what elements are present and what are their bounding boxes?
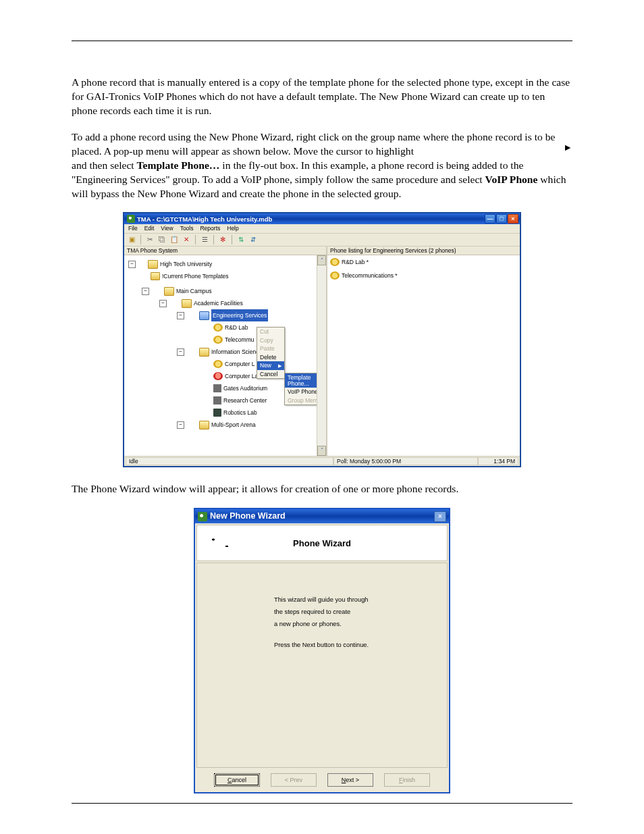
right-arrow-glyph: ► bbox=[563, 142, 572, 155]
menu-view[interactable]: View bbox=[161, 226, 173, 232]
wizard-button-row: Cancel < Prev Next > Finish bbox=[195, 769, 449, 792]
cancel-button[interactable]: Cancel bbox=[214, 773, 260, 787]
close-button[interactable]: × bbox=[434, 511, 446, 522]
paste-icon[interactable]: 📋 bbox=[169, 235, 179, 244]
expander-icon[interactable]: − bbox=[177, 312, 184, 319]
minimize-button[interactable]: — bbox=[485, 214, 495, 224]
tree-pane: TMA Phone System −High Tech University !… bbox=[124, 246, 327, 456]
refresh-icon[interactable]: ✻ bbox=[218, 235, 227, 244]
app-icon bbox=[127, 215, 135, 223]
footer-rule bbox=[72, 803, 572, 804]
menu-edit[interactable]: Edit bbox=[144, 226, 155, 232]
prev-button[interactable]: < Prev bbox=[271, 773, 317, 787]
phone-icon bbox=[213, 360, 223, 368]
scroll-up-icon[interactable]: ˄ bbox=[317, 255, 326, 265]
phone-icon bbox=[213, 323, 223, 332]
tree-engineering[interactable]: Engineering Services bbox=[211, 309, 268, 321]
ctx-cancel[interactable]: Cancel bbox=[257, 370, 284, 379]
tree-campus[interactable]: Main Campus bbox=[176, 285, 211, 297]
tree-gates[interactable]: Gates Auditorium bbox=[223, 382, 267, 394]
tree-pane-header: TMA Phone System bbox=[124, 246, 326, 256]
tree-root[interactable]: High Tech University bbox=[160, 258, 212, 270]
status-poll: Poll: Monday 5:00:00 PM bbox=[333, 457, 478, 466]
tree-complab-a[interactable]: Computer L bbox=[225, 358, 254, 370]
templates-icon bbox=[151, 272, 160, 280]
context-menu: Cut Copy Paste Delete New▶ Cancel bbox=[257, 327, 285, 379]
finish-button[interactable]: Finish bbox=[384, 773, 430, 787]
delete-icon[interactable]: ✕ bbox=[182, 235, 191, 244]
menu-reports[interactable]: Reports bbox=[200, 226, 220, 232]
tree-acad[interactable]: Academic Facilities bbox=[194, 297, 243, 309]
folder-icon bbox=[164, 287, 174, 296]
tree-research[interactable]: Research Center bbox=[223, 394, 267, 407]
sort-desc-icon[interactable]: ⇵ bbox=[248, 235, 258, 244]
next-button[interactable]: Next > bbox=[327, 773, 373, 787]
ctx-cut[interactable]: Cut bbox=[257, 328, 284, 336]
expander-icon[interactable]: − bbox=[128, 261, 136, 268]
chevron-right-icon: ▶ bbox=[278, 363, 281, 368]
wizard-titlebar[interactable]: New Phone Wizard × bbox=[195, 509, 449, 523]
phone-icon bbox=[330, 271, 340, 280]
folder-icon bbox=[199, 348, 209, 357]
tree-templates[interactable]: !Current Phone Templates bbox=[162, 270, 229, 282]
tma-titlebar[interactable]: TMA - C:\GTCTMA\High Tech University.mdb… bbox=[124, 213, 520, 224]
tree-telecom[interactable]: Telecommu bbox=[225, 334, 254, 346]
scroll-down-icon[interactable]: ˅ bbox=[317, 446, 326, 456]
menubar[interactable]: File Edit View Tools Reports Help bbox=[124, 224, 520, 234]
expander-icon[interactable]: − bbox=[142, 288, 149, 295]
ctx-paste[interactable]: Paste bbox=[257, 344, 284, 353]
status-time: 1:34 PM bbox=[478, 457, 518, 466]
lab-icon bbox=[213, 409, 221, 417]
ctx-copy[interactable]: Copy bbox=[257, 336, 284, 345]
menu-tools[interactable]: Tools bbox=[180, 226, 194, 232]
tree-robotics[interactable]: Robotics Lab bbox=[223, 407, 257, 419]
menu-file[interactable]: File bbox=[128, 226, 138, 232]
p2-bold-template: Template Phone… bbox=[137, 159, 220, 171]
intro-paragraph-3: The Phone Wizard window will appear; it … bbox=[72, 481, 572, 496]
toolbar: ▣ ✂ ⿻ 📋 ✕ ☰ ✻ ⇅ ⇵ bbox=[124, 234, 520, 246]
intro-paragraph-2: To add a phone record using the New Phon… bbox=[72, 130, 572, 201]
open-icon[interactable]: ▣ bbox=[127, 235, 136, 244]
folder-icon bbox=[199, 311, 209, 320]
ctx-new[interactable]: New▶ bbox=[257, 361, 284, 370]
listing-pane: Phone listing for Engineering Services (… bbox=[327, 246, 520, 456]
cut-icon[interactable]: ✂ bbox=[145, 235, 155, 244]
copy-icon[interactable]: ⿻ bbox=[157, 235, 167, 244]
wizard-text-line: the steps required to create bbox=[274, 606, 447, 619]
maximize-button[interactable]: □ bbox=[496, 214, 507, 224]
header-rule bbox=[72, 41, 572, 41]
statusbar: Idle Poll: Monday 5:00:00 PM 1:34 PM bbox=[124, 456, 520, 467]
p2-seg-b: and then select bbox=[72, 159, 137, 171]
folder-icon bbox=[182, 299, 192, 308]
wizard-body: This wizard will guide you through the s… bbox=[196, 563, 448, 768]
tma-title-text: TMA - C:\GTCTMA\High Tech University.mdb bbox=[137, 216, 272, 223]
tree-arena[interactable]: Multi-Sport Arena bbox=[211, 419, 256, 431]
wizard-title-text: New Phone Wizard bbox=[210, 511, 286, 522]
props-icon[interactable]: ☰ bbox=[200, 235, 209, 244]
menu-help[interactable]: Help bbox=[227, 226, 238, 232]
building-icon bbox=[213, 396, 221, 405]
scrollbar[interactable]: ˄ ˅ bbox=[317, 255, 326, 456]
folder-icon bbox=[199, 421, 209, 429]
phone-icon bbox=[213, 336, 223, 344]
tree-rdlab[interactable]: R&D Lab bbox=[225, 321, 248, 334]
expander-icon[interactable]: − bbox=[177, 348, 184, 356]
tma-window: TMA - C:\GTCTMA\High Tech University.mdb… bbox=[124, 213, 520, 467]
p2-seg-a: To add a phone record using the New Phon… bbox=[72, 131, 555, 157]
wizard-banner: Phone Wizard bbox=[196, 525, 448, 561]
wizard-text-line: This wizard will guide you through bbox=[274, 594, 447, 606]
expander-icon[interactable]: − bbox=[159, 300, 167, 307]
list-item[interactable]: R&D Lab * bbox=[342, 259, 369, 265]
list-item[interactable]: Telecommunications * bbox=[342, 273, 398, 279]
status-idle: Idle bbox=[126, 457, 333, 466]
tree-infosci[interactable]: Information Science bbox=[211, 346, 262, 358]
wizard-heading: Phone Wizard bbox=[197, 538, 447, 550]
sort-asc-icon[interactable]: ⇅ bbox=[236, 235, 246, 244]
close-button[interactable]: × bbox=[508, 214, 518, 224]
wizard-text-line: Press the Next button to continue. bbox=[274, 640, 447, 652]
wizard-text-line: a new phone or phones. bbox=[274, 619, 447, 631]
listing-header: Phone listing for Engineering Services (… bbox=[327, 246, 520, 256]
expander-icon[interactable]: − bbox=[177, 421, 184, 429]
building-icon bbox=[213, 384, 221, 392]
ctx-delete[interactable]: Delete bbox=[257, 353, 284, 362]
